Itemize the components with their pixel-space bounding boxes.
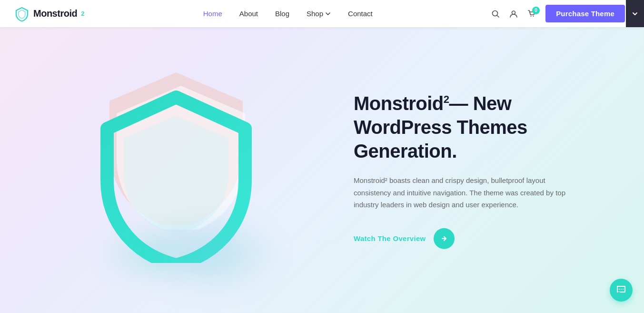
chevron-down-icon [325,11,331,17]
nav-item-home[interactable]: Home [203,10,222,18]
hero-graphic [62,53,309,287]
side-panel-tab[interactable] [626,0,644,27]
logo-text: Monstroid [33,8,77,19]
svg-point-0 [493,10,498,16]
cart-badge: 0 [532,7,540,14]
nav-links: Home About Blog Shop Contact [203,10,373,18]
svg-point-1 [512,11,515,14]
cart-button[interactable]: 0 [527,10,536,18]
hero-title: Monstroid2— New WordPress Themes Generat… [354,91,606,163]
chat-bubble[interactable] [610,279,633,302]
nav-item-contact[interactable]: Contact [348,10,373,18]
side-panel-chevron-icon [631,10,639,18]
svg-rect-5 [621,289,622,290]
svg-rect-4 [619,289,620,290]
svg-point-2 [531,16,532,17]
navbar: Monstroid2 Home About Blog Shop Contact [0,0,644,27]
hero-cta: Watch The Overview [354,228,606,249]
user-icon [509,10,518,18]
logo-sup: 2 [81,10,84,17]
nav-item-blog[interactable]: Blog [275,10,289,18]
nav-item-shop[interactable]: Shop [307,10,331,18]
arrow-right-icon [441,235,447,242]
navbar-right: 0 Purchase Theme [491,5,625,22]
watch-overview-button[interactable] [434,228,455,249]
logo[interactable]: Monstroid2 [14,6,84,21]
search-icon [491,10,500,18]
svg-point-3 [533,16,534,17]
watch-overview-link[interactable]: Watch The Overview [354,234,426,242]
hero-content: Monstroid2— New WordPress Themes Generat… [354,91,606,249]
hero-blob-2 [100,225,195,282]
svg-rect-6 [623,289,624,290]
user-button[interactable] [509,10,518,18]
hero-section: Monstroid2— New WordPress Themes Generat… [0,27,644,313]
hero-description: Monstroid² boasts clean and crispy desig… [354,174,573,211]
nav-item-about[interactable]: About [239,10,258,18]
chat-icon [615,284,627,296]
search-button[interactable] [491,10,500,18]
purchase-theme-button[interactable]: Purchase Theme [545,5,625,22]
logo-icon [14,6,30,21]
